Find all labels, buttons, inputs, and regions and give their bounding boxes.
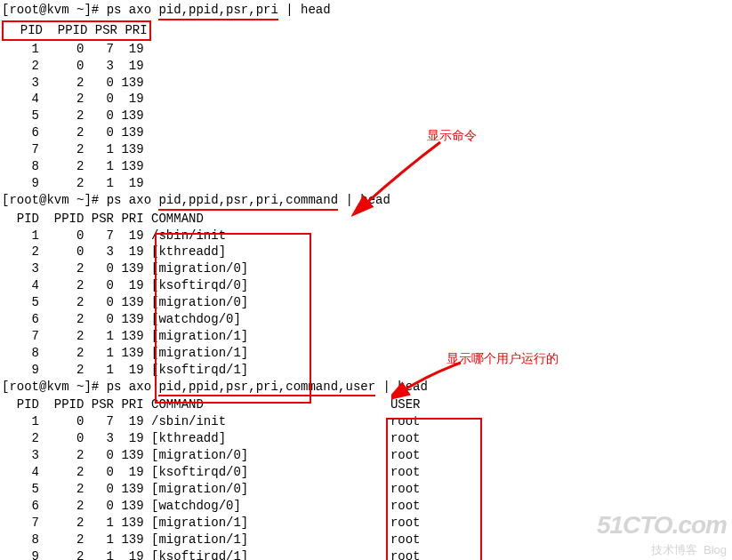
table-row: 9 2 1 19: [2, 175, 732, 192]
table-row: 5 2 0 139: [2, 108, 732, 124]
header1-box: PID PPID PSR PRI: [2, 20, 151, 41]
table-row: 9 2 1 19 [ksoftirqd/1]: [2, 362, 732, 379]
cmd3-user-underline: user: [345, 379, 375, 397]
annotation-user: 显示哪个用户运行的: [446, 350, 559, 367]
table-row: 6 2 0 139 [watchdog/0]: [2, 311, 732, 328]
prompt-line-2: [root@kvm ~]# ps axo pid,ppid,psr,pri,co…: [2, 192, 732, 211]
table-row: 7 2 1 139 [migration/1]: [2, 328, 732, 345]
table-row: 8 2 1 139 [migration/1]: [2, 345, 732, 362]
table-row: 2 0 3 19: [2, 58, 732, 75]
table-row: 3 2 0 139 [migration/0]: [2, 260, 732, 277]
table-row: 3 2 0 139 [migration/0] root: [2, 447, 732, 464]
annotation-command: 显示命令: [427, 127, 477, 144]
command-col-box: [155, 233, 311, 404]
table-row: 1 0 7 19: [2, 41, 732, 58]
prompt-line-1: [root@kvm ~]# ps axo pid,ppid,psr,pri | …: [2, 2, 732, 20]
table-row: 4 2 0 19 [ksoftirqd/0] root: [2, 464, 732, 481]
header-1: PID PPID PSR PRI: [2, 20, 732, 41]
cmd1-args-underline: pid,ppid,psr,pri: [158, 2, 278, 20]
table-row: 1 0 7 19 /sbin/init root: [2, 413, 732, 430]
table-row: 7 2 1 139: [2, 141, 732, 158]
cmd2-command-underline: command: [286, 192, 338, 211]
header-2: PID PPID PSR PRI COMMAND: [2, 211, 732, 228]
table-row: 6 2 0 139: [2, 124, 732, 141]
table-row: 4 2 0 19 [ksoftirqd/0]: [2, 277, 732, 294]
header-3: PID PPID PSR PRI COMMAND USER: [2, 396, 732, 413]
table-row: 4 2 0 19: [2, 91, 732, 108]
table-row: 5 2 0 139 [migration/0]: [2, 294, 732, 311]
table-row: 1 0 7 19 /sbin/init: [2, 228, 732, 244]
cmd2-args-underline: pid,ppid,psr,pri,: [158, 192, 286, 211]
table-block-1: 1 0 7 19 2 0 3 19 3 2 0 139 4 2 0 19 5 2…: [2, 41, 732, 192]
table-row: 3 2 0 139: [2, 75, 732, 92]
user-col-box: [386, 418, 482, 560]
watermark: 51CTO.com 技术博客 Blog: [597, 508, 727, 557]
table-row: 8 2 1 139: [2, 158, 732, 175]
table-block-2: 1 0 7 19 /sbin/init 2 0 3 19 [kthreadd] …: [2, 228, 732, 379]
table-row: 2 0 3 19 [kthreadd] root: [2, 430, 732, 447]
table-row: 2 0 3 19 [kthreadd]: [2, 244, 732, 260]
prompt-line-3: [root@kvm ~]# ps axo pid,ppid,psr,pri,co…: [2, 379, 732, 397]
table-row: 5 2 0 139 [migration/0] root: [2, 481, 732, 498]
